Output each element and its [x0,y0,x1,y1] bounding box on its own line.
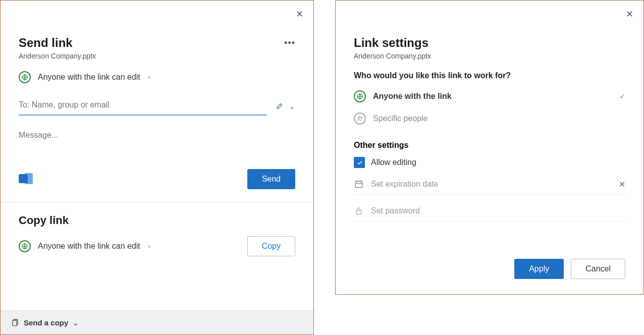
globe-icon [354,90,366,102]
svg-point-6 [361,117,362,118]
copy-button[interactable]: Copy [247,236,295,256]
message-input[interactable] [19,131,295,140]
link-settings-filename: Anderson Company.pptx [354,52,625,60]
option-specific[interactable]: Specific people [354,113,625,125]
svg-rect-8 [356,210,361,214]
svg-point-5 [358,117,360,119]
share-scope-text: Anyone with the link can edit [38,73,140,82]
allow-editing-label: Allow editing [371,158,416,167]
chevron-down-icon[interactable]: ⌄ [289,102,295,110]
send-link-title: Send link [19,36,295,50]
apply-button[interactable]: Apply [514,259,564,279]
password-placeholder: Set password [371,206,625,215]
send-a-copy-bar[interactable]: Send a copy ⌄ [1,310,313,334]
expiration-placeholder: Set expiration date [371,180,612,189]
allow-editing-checkbox[interactable] [354,157,365,168]
more-options-icon[interactable]: ••• [284,38,295,48]
cancel-button[interactable]: Cancel [571,259,625,279]
option-anyone[interactable]: Anyone with the link ✓ [354,90,625,102]
checkmark-icon: ✓ [619,92,625,100]
chevron-down-icon: ⌄ [72,318,79,327]
send-link-filename: Anderson Company.pptx [19,52,295,60]
svg-rect-3 [13,320,17,326]
copy-scope-text: Anyone with the link can edit [38,242,140,251]
option-specific-label: Specific people [373,114,428,123]
send-a-copy-label: Send a copy [24,318,68,327]
other-settings-heading: Other settings [354,141,625,150]
clear-expiration-icon[interactable]: ✕ [619,180,625,189]
outlook-icon[interactable] [19,172,33,186]
send-link-dialog: ✕ ••• Send link Anderson Company.pptx An… [0,0,314,335]
document-icon [12,318,20,327]
copy-link-title: Copy link [19,214,295,227]
password-row[interactable]: Set password [354,206,625,221]
svg-rect-7 [355,181,362,188]
option-anyone-label: Anyone with the link [373,92,452,101]
calendar-icon [354,179,364,189]
link-settings-dialog: ✕ Link settings Anderson Company.pptx Wh… [335,0,644,295]
copy-scope-selector[interactable]: Anyone with the link can edit › [19,240,150,252]
chevron-right-icon: › [148,243,150,250]
pencil-icon[interactable] [276,101,284,111]
link-settings-subheading: Who would you like this link to work for… [354,71,625,80]
send-button[interactable]: Send [247,169,295,189]
chevron-right-icon: › [148,74,150,81]
globe-icon [19,240,31,252]
people-icon [354,113,366,125]
close-icon[interactable]: ✕ [296,9,303,20]
close-icon[interactable]: ✕ [626,9,633,20]
expiration-row[interactable]: Set expiration date ✕ [354,179,625,195]
share-scope-selector[interactable]: Anyone with the link can edit › [19,71,295,83]
globe-icon [19,71,31,83]
recipient-input[interactable] [19,97,267,116]
lock-icon [354,206,364,216]
link-settings-title: Link settings [354,36,625,50]
